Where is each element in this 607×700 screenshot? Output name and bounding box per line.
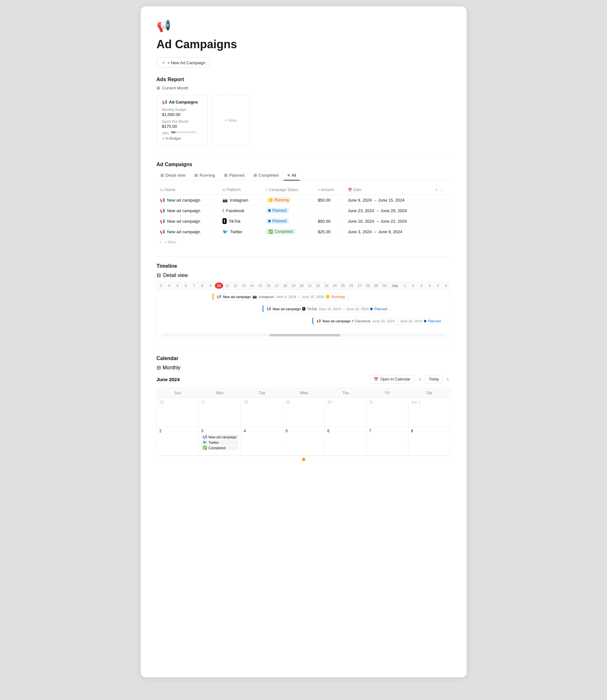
today-button[interactable]: Today	[425, 375, 442, 384]
filter-icon: ⊞	[156, 86, 160, 90]
cal-event-twitter-platform[interactable]: 🐦 Twitter	[201, 440, 238, 445]
status-dot	[268, 220, 271, 222]
timeline-bar-instagram[interactable]: 📢 New ad campaign 📷 Instagram June 9, 20…	[213, 293, 348, 300]
calendar-title: Calendar	[156, 356, 451, 362]
cal-cell-jun3[interactable]: 3 📢 New ad campaign 🐦 Twitter ✅ Complete…	[198, 427, 241, 456]
status-badge: Planned	[266, 218, 289, 224]
table-row[interactable]: 📢 New ad campaign 📷 Instagram	[156, 195, 451, 205]
bar-campaign-name: New ad campaign	[273, 307, 301, 311]
prev-month-button[interactable]: ‹	[417, 376, 423, 383]
ads-report-subtitle[interactable]: ⊞ Current Month	[156, 86, 451, 90]
bar-status-dot: 🟡	[326, 294, 330, 299]
date-cell: 15	[256, 282, 264, 289]
plus-icon: ＋	[162, 60, 166, 65]
cal-cell-jun5[interactable]: 5	[283, 427, 325, 456]
tab-planned[interactable]: ⊞ Planned	[220, 171, 248, 180]
monthly-budget-value: $1,000.00	[162, 112, 202, 117]
cal-cell-jun8[interactable]: 8	[409, 427, 451, 456]
platform-text: Facebook	[226, 208, 244, 213]
next-month-button[interactable]: ›	[445, 376, 451, 383]
col-add-icon[interactable]: +	[435, 188, 438, 192]
cal-cell-jun4[interactable]: 4	[241, 427, 283, 456]
timeline-title: Timeline	[156, 263, 451, 269]
row-date: June 16, 2024 → June 22, 2024	[344, 216, 432, 226]
cal-cell-may30[interactable]: 30	[325, 398, 367, 427]
ads-report-grid: 📢 Ad Campaigns Monthly Budget $1,000.00 …	[156, 95, 451, 145]
table-row[interactable]: 📢 New ad campaign f Facebook	[156, 205, 451, 216]
cal-cell-jun2[interactable]: 2	[157, 427, 199, 456]
bar-date-range: June 9, 2024 → June 15, 2024	[276, 295, 324, 299]
card-title-text: Ad Campaigns	[169, 100, 198, 105]
cal-cell-may29[interactable]: 29	[283, 398, 325, 427]
date-cell: 1	[400, 282, 409, 289]
cal-cell-jun7[interactable]: 7	[367, 427, 409, 456]
row-megaphone-icon: 📢	[160, 219, 165, 224]
date-cell: 4	[165, 282, 173, 289]
tab-completed[interactable]: ⊞ Completed	[250, 171, 282, 180]
row-megaphone-icon: 📢	[160, 198, 165, 202]
platform-text: TikTok	[229, 219, 241, 224]
date-cell: 11	[223, 282, 231, 289]
cal-event-completed-badge[interactable]: ✅ Completed	[201, 445, 238, 450]
open-in-calendar-button[interactable]: 📅 Open in Calendar	[370, 375, 415, 384]
add-new-plus-icon: +	[160, 240, 162, 244]
tab-running[interactable]: ⊞ Running	[190, 171, 218, 180]
new-report-card[interactable]: + New	[212, 95, 250, 145]
row-amount	[315, 205, 344, 216]
divider-2	[156, 257, 451, 257]
cal-cell-jun6[interactable]: 6	[325, 427, 367, 456]
date-cell: 25	[339, 282, 347, 289]
cal-event-check-icon: ✅	[203, 446, 207, 450]
tab-running-icon: ⊞	[194, 173, 198, 178]
new-card-label: + New	[225, 118, 236, 123]
cal-event-platform-text: Twitter	[208, 441, 218, 444]
ads-report-title: Ads Report	[156, 77, 451, 83]
timeline-bar-facebook[interactable]: 📢 New ad campaign f Facebook June 23, 20…	[312, 317, 444, 325]
cal-event-twitter-campaign[interactable]: 📢 New ad campaign	[201, 435, 238, 439]
cal-event-status-text: Completed	[208, 446, 225, 450]
date-cell: 23	[322, 282, 331, 289]
calendar-header-row: June 2024 📅 Open in Calendar ‹ Today ›	[156, 375, 451, 384]
row-extra	[432, 195, 451, 205]
add-new-row[interactable]: + + New	[156, 237, 451, 247]
tab-all[interactable]: ≡ All	[284, 171, 300, 180]
cal-cell-may28[interactable]: 28	[241, 398, 283, 427]
calendar-section: Calendar ⊟ Monthly June 2024 📅 Open in C…	[156, 356, 451, 461]
timeline-bar-tiktok[interactable]: 📢 New ad campaign t TikTok June 16, 2024…	[263, 305, 391, 312]
cal-cell-may27[interactable]: 27	[198, 398, 241, 427]
page-container: 📢 Ad Campaigns ＋ + New Ad Campaign Ads R…	[141, 6, 467, 677]
col-amount: # Amount	[315, 185, 344, 195]
table-row[interactable]: 📢 New ad campaign t TikTok	[156, 216, 451, 226]
bar-megaphone-icon: 📢	[316, 319, 321, 323]
timeline-scrollbar-thumb	[270, 334, 341, 336]
timeline-section: Timeline ⊟ Detail view 3 4 5 6 7 8 9 10 …	[156, 263, 451, 339]
bar-status-label: Running	[332, 295, 344, 299]
cal-cell-may31[interactable]: 31	[367, 398, 409, 427]
calendar-view-icon: ⊟	[156, 365, 161, 371]
calendar-view-row: ⊟ Monthly	[156, 365, 451, 371]
row-name: 📢 New ad campaign	[156, 226, 219, 237]
table-row[interactable]: 📢 New ad campaign 🐦 Twitter	[156, 226, 451, 237]
date-cell: 6	[442, 282, 451, 289]
divider-3	[156, 349, 451, 349]
cal-cell-may26[interactable]: 26	[157, 398, 199, 427]
date-cell: 18	[281, 282, 289, 289]
tab-detail-view[interactable]: ⊞ Detail view	[156, 171, 190, 180]
col-more-icon[interactable]: ···	[440, 188, 443, 192]
tab-all-label: All	[292, 173, 296, 178]
tab-planned-icon: ⊞	[224, 173, 228, 178]
timeline-scrollbar[interactable]	[162, 334, 446, 336]
new-campaign-button[interactable]: ＋ + New Ad Campaign	[156, 58, 210, 68]
page-title: Ad Campaigns	[156, 38, 451, 51]
cal-cell-jun1[interactable]: Jun 1	[409, 398, 451, 427]
timeline-dates-row: 3 4 5 6 7 8 9 10 11 12 13 14 15 16 17 18…	[157, 282, 451, 290]
date-cell: 29	[372, 282, 380, 289]
bar-platform-icon: f	[352, 319, 354, 323]
date-cell: 19	[289, 282, 298, 289]
row-platform: 📷 Instagram	[219, 195, 263, 205]
instagram-icon: 📷	[223, 198, 228, 202]
bar-status-label: Planned	[428, 319, 441, 323]
date-cell: 14	[248, 282, 256, 289]
cal-day-sun: Sun	[157, 388, 199, 398]
date-cell: 3	[417, 282, 425, 289]
